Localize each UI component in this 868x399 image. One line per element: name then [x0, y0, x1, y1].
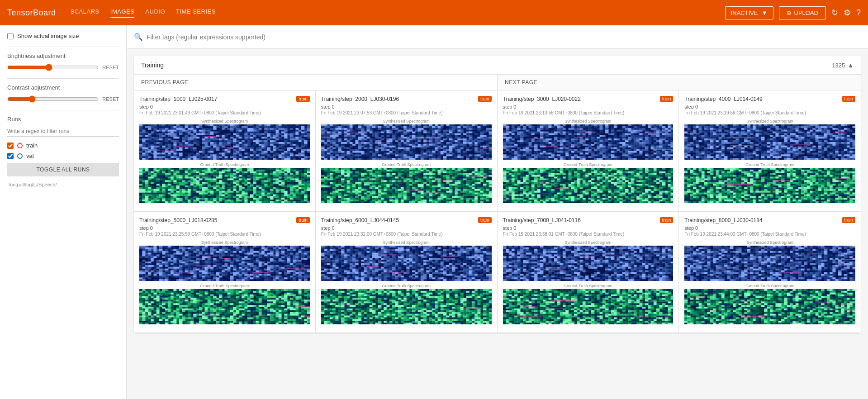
- svg-rect-2835: [489, 135, 491, 137]
- run-train-checkbox[interactable]: [7, 142, 14, 149]
- ground-spectrogram[interactable]: [321, 289, 492, 324]
- svg-point-8450: [685, 133, 700, 134]
- synth-spectrogram[interactable]: [321, 246, 492, 281]
- svg-rect-5851: [670, 152, 673, 154]
- svg-rect-18419: [853, 296, 855, 298]
- svg-rect-13219: [489, 277, 491, 279]
- ground-spectrogram[interactable]: [684, 289, 855, 324]
- svg-rect-8447: [853, 158, 855, 160]
- svg-rect-6459: [670, 178, 673, 180]
- svg-point-18118: [731, 269, 744, 269]
- svg-rect-14975: [670, 258, 673, 260]
- svg-point-13284: [361, 266, 378, 267]
- svg-rect-1387: [307, 171, 309, 173]
- svg-rect-11651: [307, 310, 309, 312]
- nav-images[interactable]: IMAGES: [110, 8, 135, 18]
- next-page-button[interactable]: NEXT PAGE: [497, 75, 861, 90]
- svg-rect-18599: [853, 301, 855, 303]
- synth-spectrogram[interactable]: [321, 124, 492, 160]
- actual-size-checkbox[interactable]: [7, 33, 14, 39]
- synth-spectrogram[interactable]: [684, 246, 855, 281]
- log-path: ./output/log/LJSpeech/: [7, 182, 119, 187]
- ground-spectrogram[interactable]: [139, 289, 310, 324]
- svg-point-1205: [169, 134, 175, 135]
- contrast-slider[interactable]: [7, 95, 99, 103]
- svg-point-13281: [440, 256, 458, 257]
- svg-rect-6219: [670, 171, 673, 173]
- synth-label: Synthesized Spectrogram: [684, 119, 855, 124]
- divider-2: [7, 78, 119, 79]
- svg-point-12074: [157, 297, 182, 298]
- train-circle-icon: [17, 143, 23, 148]
- ground-label: Ground-Truth Spectrogram: [139, 162, 310, 167]
- contrast-reset-button[interactable]: RESET: [102, 96, 119, 102]
- nav-time-series[interactable]: TIME SERIES: [176, 8, 216, 18]
- synth-spectrogram[interactable]: [684, 124, 855, 160]
- ground-spectrogram[interactable]: [139, 168, 310, 203]
- toggle-all-button[interactable]: TOGGLE ALL RUNS: [7, 163, 119, 176]
- svg-rect-14487: [489, 323, 491, 324]
- synth-spectrogram[interactable]: [139, 124, 310, 160]
- svg-rect-2107: [307, 193, 309, 195]
- ground-spectrogram[interactable]: [684, 168, 855, 203]
- topbar: TensorBoard SCALARS IMAGES AUDIO TIME SE…: [0, 0, 868, 25]
- svg-rect-13039: [489, 272, 491, 274]
- ground-spectrogram[interactable]: [503, 289, 674, 324]
- prev-page-button[interactable]: PREVIOUS PAGE: [134, 75, 497, 90]
- upload-button[interactable]: ⊕ UPLOAD: [779, 6, 826, 19]
- brightness-reset-button[interactable]: RESET: [102, 65, 119, 70]
- svg-rect-11111: [307, 294, 309, 296]
- run-train-label: train: [26, 142, 38, 149]
- cell-date: Fri Feb 19 2021 23:13:56 GMT+0800 (Taipe…: [503, 110, 674, 115]
- train-badge: train: [296, 217, 309, 223]
- run-val-checkbox[interactable]: [7, 153, 14, 159]
- runs-filter-input[interactable]: [7, 126, 119, 137]
- svg-rect-3683: [489, 168, 491, 170]
- svg-rect-17151: [853, 251, 855, 253]
- nav-audio[interactable]: AUDIO: [145, 8, 165, 18]
- svg-rect-4643: [489, 196, 491, 198]
- svg-rect-18659: [853, 303, 855, 305]
- svg-rect-2595: [489, 128, 491, 130]
- svg-point-10869: [251, 272, 270, 273]
- svg-point-9657: [724, 184, 752, 185]
- refresh-button[interactable]: ↻: [831, 8, 838, 18]
- svg-point-15703: [578, 266, 584, 266]
- brightness-label: Brightness adjustment: [7, 52, 119, 59]
- synth-spectrogram[interactable]: [139, 246, 310, 281]
- nav-scalars[interactable]: SCALARS: [71, 8, 100, 18]
- filter-input[interactable]: [147, 33, 861, 41]
- train-badge: train: [478, 217, 491, 223]
- svg-point-6038: [650, 149, 672, 150]
- svg-rect-5311: [670, 137, 673, 138]
- section-header[interactable]: Training 1325 ▲: [134, 56, 861, 75]
- svg-rect-3803: [489, 171, 491, 173]
- help-button[interactable]: ?: [856, 8, 861, 18]
- svg-rect-6031: [670, 158, 673, 160]
- chevron-down-icon: ▼: [762, 10, 768, 16]
- svg-rect-14855: [670, 255, 673, 256]
- svg-rect-539: [307, 138, 309, 140]
- svg-point-4827: [393, 180, 406, 181]
- train-badge: train: [842, 96, 855, 102]
- svg-rect-9903: [307, 251, 309, 253]
- settings-button[interactable]: ⚙: [844, 8, 851, 18]
- svg-rect-7787: [853, 138, 855, 140]
- svg-rect-14367: [489, 319, 491, 321]
- synth-spectrogram[interactable]: [503, 124, 674, 160]
- ground-spectrogram[interactable]: [321, 168, 492, 203]
- svg-point-6036: [559, 144, 582, 144]
- svg-rect-10143: [307, 258, 309, 260]
- svg-rect-7547: [853, 132, 855, 133]
- image-cell: Training/step_5000_LJ018-0285 train step…: [134, 212, 316, 333]
- synth-spectrogram[interactable]: [503, 246, 674, 281]
- svg-rect-9235: [853, 189, 855, 191]
- brightness-slider[interactable]: [7, 64, 99, 71]
- svg-rect-9783: [307, 247, 309, 249]
- svg-rect-11411: [307, 303, 309, 305]
- inactive-dropdown[interactable]: INACTIVE ▼: [725, 6, 773, 19]
- svg-rect-2287: [307, 198, 309, 200]
- ground-spectrogram[interactable]: [503, 168, 674, 203]
- svg-rect-19139: [853, 317, 855, 319]
- svg-point-2413: [276, 177, 296, 177]
